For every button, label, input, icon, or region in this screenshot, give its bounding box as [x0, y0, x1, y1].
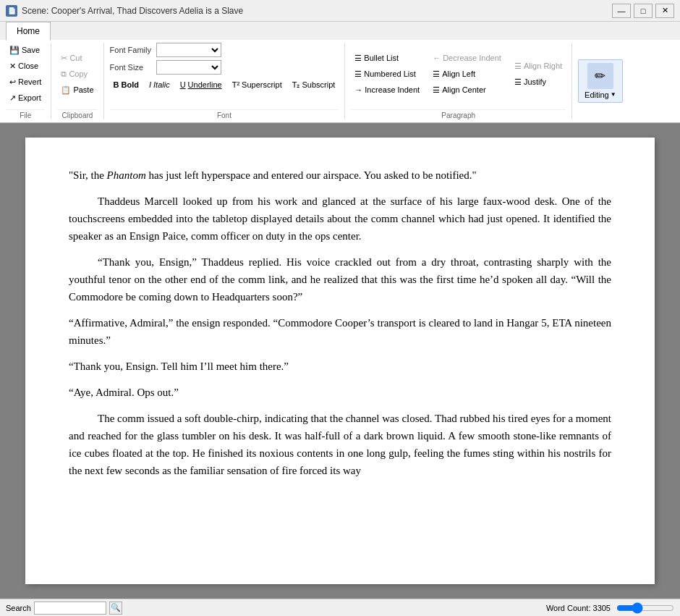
italic-icon: I: [149, 80, 151, 89]
revert-icon: ↩: [9, 77, 16, 87]
align-right-label: Align Right: [524, 62, 562, 70]
export-icon: ↗: [9, 93, 16, 103]
tab-home[interactable]: Home: [6, 22, 51, 41]
save-button[interactable]: 💾 Save: [6, 43, 45, 57]
ribbon-group-editing: ✏ Editing ▼: [572, 43, 629, 119]
copy-icon: ⧉: [61, 69, 67, 79]
app-icon: 📄: [6, 5, 17, 17]
italic-label: Italic: [153, 80, 170, 89]
close-button[interactable]: ✕ Close: [6, 59, 45, 73]
file-group-label: File: [6, 109, 45, 119]
paragraph-4: “Affirmative, Admiral,” the ensign respo…: [69, 314, 611, 349]
editing-button[interactable]: ✏ Editing ▼: [578, 59, 623, 103]
status-right: Word Count: 3305: [546, 603, 674, 613]
align-right-icon: ☰: [514, 62, 522, 71]
subscript-button[interactable]: T₂ Subscript: [289, 77, 339, 92]
bullet-list-icon: ☰: [354, 54, 362, 63]
ribbon-tabs: Home: [0, 22, 680, 40]
increase-indent-label: Increase Indent: [365, 85, 420, 94]
subscript-label: Subscript: [302, 80, 335, 89]
title-bar: 📄 Scene: Cooper's Arrival, Thad Discover…: [0, 0, 680, 22]
paragraph-group-label: Paragraph: [351, 109, 566, 119]
word-count-label: Word Count: 3305: [546, 604, 611, 612]
paragraph-1: "Sir, the Phantom has just left hyperspa…: [69, 166, 611, 184]
ribbon-group-paragraph: ☰ Bullet List ☰ Numbered List → Increase…: [345, 43, 572, 119]
paragraph-col3: ☰ Align Right ☰ Justify: [511, 59, 566, 89]
justify-icon: ☰: [514, 77, 522, 87]
numbered-list-button[interactable]: ☰ Numbered List: [351, 67, 423, 81]
underline-button[interactable]: U Underline: [177, 77, 226, 92]
paragraph-6: “Aye, Admiral. Ops out.”: [69, 384, 611, 401]
underline-label: Underline: [188, 80, 222, 89]
editing-label: Editing: [585, 90, 609, 99]
align-center-label: Align Center: [442, 85, 486, 94]
paragraph-col2: ← Decrease Indent ☰ Align Left ☰ Align C…: [429, 51, 505, 97]
align-left-label: Align Left: [442, 69, 475, 78]
maximize-button[interactable]: □: [634, 4, 653, 18]
paragraph-3: “Thank you, Ensign,” Thaddeus replied. H…: [69, 253, 611, 305]
export-button[interactable]: ↗ Export: [6, 90, 45, 105]
clipboard-group-label: Clipboard: [57, 109, 97, 119]
ribbon-group-font: Font Family Font Size B Bold I Italic: [104, 43, 346, 119]
cut-icon: ✂: [61, 54, 67, 63]
italic-button[interactable]: I Italic: [145, 77, 174, 92]
bold-label: Bold: [122, 80, 139, 89]
decrease-indent-button[interactable]: ← Decrease Indent: [429, 51, 505, 65]
search-button[interactable]: 🔍: [109, 602, 122, 615]
document-area: "Sir, the Phantom has just left hyperspa…: [0, 123, 680, 599]
font-size-select[interactable]: [156, 60, 221, 75]
clipboard-group-content: ✂ Cut ⧉ Copy 📋 Paste: [57, 43, 97, 108]
title-controls[interactable]: — □ ✕: [612, 4, 674, 18]
align-left-button[interactable]: ☰ Align Left: [429, 67, 505, 81]
close-icon: ✕: [9, 62, 16, 71]
justify-label: Justify: [524, 77, 546, 86]
font-size-row: Font Size: [110, 60, 221, 75]
title-bar-left: 📄 Scene: Cooper's Arrival, Thad Discover…: [6, 5, 243, 17]
export-label: Export: [18, 93, 41, 102]
subscript-icon: T₂: [292, 80, 300, 90]
status-bar: Search 🔍 Word Count: 3305: [0, 599, 680, 616]
paste-icon: 📋: [61, 85, 71, 95]
cut-label: Cut: [69, 54, 82, 62]
zoom-slider[interactable]: [616, 603, 674, 613]
paragraph-group-content: ☰ Bullet List ☰ Numbered List → Increase…: [351, 43, 566, 108]
paste-button[interactable]: 📋 Paste: [57, 83, 97, 97]
search-input[interactable]: [34, 602, 106, 615]
para1-italic: Phantom: [107, 169, 146, 181]
increase-indent-button[interactable]: → Increase Indent: [351, 83, 423, 97]
bold-icon: B: [114, 80, 119, 89]
para1-after: has just left hyperspace and entered our…: [146, 169, 477, 181]
window-title: Scene: Cooper's Arrival, Thad Discovers …: [22, 6, 243, 16]
save-label: Save: [22, 46, 40, 54]
paragraph-2: Thaddeus Marcell looked up from his work…: [69, 193, 611, 245]
revert-button[interactable]: ↩ Revert: [6, 75, 45, 89]
increase-indent-icon: →: [354, 85, 362, 94]
align-left-icon: ☰: [433, 69, 440, 79]
close-label: Close: [18, 62, 38, 70]
font-group-label: Font: [110, 109, 339, 119]
copy-button[interactable]: ⧉ Copy: [57, 67, 97, 81]
minimize-button[interactable]: —: [612, 4, 631, 18]
bold-button[interactable]: B Bold: [110, 77, 143, 92]
superscript-icon: T²: [232, 80, 239, 89]
align-right-button[interactable]: ☰ Align Right: [511, 59, 566, 73]
superscript-button[interactable]: T² Superscript: [229, 77, 286, 92]
font-family-label: Font Family: [110, 46, 153, 54]
save-icon: 💾: [9, 46, 20, 55]
ribbon-group-file: 💾 Save ✕ Close ↩ Revert ↗ Export File: [0, 43, 51, 119]
superscript-label: Superscript: [242, 80, 282, 89]
underline-icon: U: [180, 80, 186, 89]
para1-before: "Sir, the: [69, 169, 107, 181]
numbered-list-label: Numbered List: [364, 69, 416, 78]
align-center-button[interactable]: ☰ Align Center: [429, 83, 505, 97]
bullet-list-button[interactable]: ☰ Bullet List: [351, 51, 423, 65]
font-family-select[interactable]: [156, 43, 221, 57]
cut-button[interactable]: ✂ Cut: [57, 51, 97, 65]
paste-label: Paste: [73, 85, 93, 94]
file-group-content: 💾 Save ✕ Close ↩ Revert ↗ Export: [6, 43, 45, 108]
status-search-area: Search 🔍: [6, 602, 122, 615]
document-page[interactable]: "Sir, the Phantom has just left hyperspa…: [25, 138, 655, 584]
paragraph-7: The comm issued a soft double-chirp, ind…: [69, 410, 611, 479]
close-window-button[interactable]: ✕: [655, 4, 674, 18]
justify-button[interactable]: ☰ Justify: [511, 75, 566, 89]
